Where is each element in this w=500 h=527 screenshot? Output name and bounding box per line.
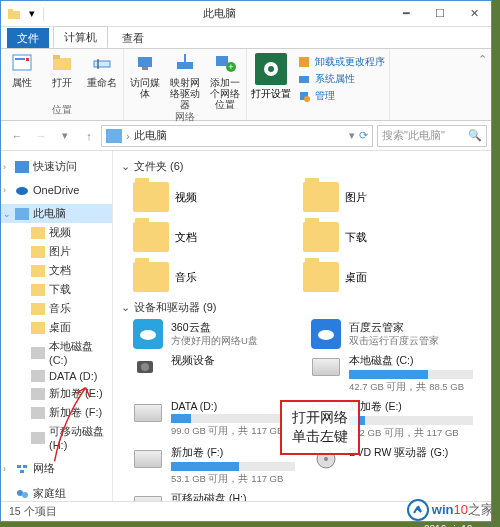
- folder-desktop[interactable]: 桌面: [299, 258, 459, 296]
- annotation-callout: 打开网络 单击左键: [280, 400, 360, 455]
- svg-point-30: [141, 363, 149, 371]
- svg-rect-17: [299, 57, 309, 67]
- logo-icon: [407, 499, 429, 521]
- svg-point-26: [22, 492, 28, 498]
- window-title: 此电脑: [50, 6, 389, 21]
- svg-text:+: +: [228, 62, 233, 72]
- svg-rect-4: [26, 58, 29, 61]
- sidebar-downloads[interactable]: 下载: [1, 280, 112, 299]
- title-bar: ▾ 此电脑 ━ ☐ ✕: [1, 1, 491, 27]
- refresh-icon[interactable]: ⟳: [359, 129, 368, 142]
- address-bar: ← → ▾ ↑ › 此电脑 ▾ ⟳ 搜索"此电脑" 🔍: [1, 121, 491, 151]
- svg-rect-12: [216, 56, 228, 66]
- drive-video-device[interactable]: 视频设备: [129, 352, 297, 396]
- svg-rect-1: [8, 9, 13, 12]
- sidebar-data-d[interactable]: DATA (D:): [1, 368, 112, 384]
- svg-point-21: [16, 187, 28, 195]
- sidebar-documents[interactable]: 文档: [1, 261, 112, 280]
- svg-rect-11: [177, 62, 193, 69]
- hdd-icon: [134, 450, 162, 468]
- folder-documents[interactable]: 文档: [129, 218, 289, 256]
- folder-music[interactable]: 音乐: [129, 258, 289, 296]
- sidebar-homegroup[interactable]: 家庭组: [1, 484, 112, 501]
- drive-h[interactable]: 可移动磁盘 (H:)0.98 GB 可用，共 7.60 GB: [129, 490, 297, 501]
- divider: [43, 7, 44, 21]
- drive-d[interactable]: DATA (D:)99.0 GB 可用，共 117 GB: [129, 398, 297, 442]
- this-pc-icon: [106, 129, 122, 143]
- sidebar-videos[interactable]: 视频: [1, 223, 112, 242]
- tab-file[interactable]: 文件: [7, 28, 49, 48]
- uninstall-programs-link[interactable]: 卸载或更改程序: [297, 55, 385, 69]
- svg-rect-2: [13, 55, 31, 70]
- add-network-location-button[interactable]: +添加一个网络位置: [208, 51, 242, 110]
- svg-point-20: [304, 96, 310, 102]
- manage-link[interactable]: 管理: [297, 89, 385, 103]
- svg-point-32: [324, 457, 328, 461]
- drive-baidu[interactable]: 百度云管家双击运行百度云管家: [307, 319, 475, 350]
- svg-rect-18: [299, 76, 309, 83]
- close-button[interactable]: ✕: [457, 1, 491, 27]
- svg-rect-24: [20, 470, 24, 473]
- svg-rect-22: [17, 465, 21, 468]
- sidebar-local-c[interactable]: 本地磁盘 (C:): [1, 337, 112, 368]
- item-count: 15 个项目: [9, 505, 57, 519]
- breadcrumb[interactable]: › 此电脑 ▾ ⟳: [101, 125, 373, 147]
- usb-icon: [134, 496, 162, 501]
- search-input[interactable]: 搜索"此电脑" 🔍: [377, 125, 487, 147]
- svg-rect-7: [94, 61, 110, 67]
- svg-rect-3: [15, 58, 25, 60]
- ribbon: 属性 打开 重命名 位置 访问媒体 映射网络驱动器 +添加一个网络位置 网络 打…: [1, 49, 491, 121]
- sidebar-pictures[interactable]: 图片: [1, 242, 112, 261]
- sidebar-quick-access[interactable]: ›快速访问: [1, 157, 112, 176]
- rename-button[interactable]: 重命名: [85, 51, 119, 88]
- settings-icon[interactable]: [255, 53, 287, 85]
- up-button[interactable]: ↑: [77, 125, 101, 147]
- baidu-icon: [311, 319, 341, 349]
- overflow-icon[interactable]: ▾: [25, 7, 39, 21]
- tab-view[interactable]: 查看: [112, 28, 154, 48]
- group-label-network: 网络: [128, 110, 242, 125]
- drive-c[interactable]: 本地磁盘 (C:)42.7 GB 可用，共 88.5 GB: [307, 352, 475, 396]
- open-settings-label: 打开设置: [251, 87, 291, 101]
- minimize-button[interactable]: ━: [389, 1, 423, 27]
- camera-icon: [131, 354, 165, 380]
- svg-rect-6: [53, 55, 60, 59]
- svg-rect-10: [142, 67, 148, 70]
- tab-computer[interactable]: 计算机: [53, 26, 108, 48]
- search-icon: 🔍: [468, 129, 482, 142]
- sidebar-music[interactable]: 音乐: [1, 299, 112, 318]
- folder-pictures[interactable]: 图片: [299, 178, 459, 216]
- drive-360[interactable]: 360云盘方便好用的网络U盘: [129, 319, 297, 350]
- ribbon-tabs: 文件 计算机 查看: [1, 27, 491, 49]
- folder-icon: [7, 7, 21, 21]
- open-button[interactable]: 打开: [45, 51, 79, 88]
- svg-point-28: [318, 330, 334, 340]
- watermark: win10之家: [407, 499, 494, 521]
- maximize-button[interactable]: ☐: [423, 1, 457, 27]
- recent-button[interactable]: ▾: [53, 125, 77, 147]
- sidebar-onedrive[interactable]: ›OneDrive: [1, 182, 112, 198]
- breadcrumb-label: 此电脑: [134, 128, 167, 143]
- section-drives-header[interactable]: ⌄设备和驱动器 (9): [121, 300, 483, 315]
- access-media-button[interactable]: 访问媒体: [128, 51, 162, 99]
- back-button[interactable]: ←: [5, 125, 29, 147]
- svg-rect-5: [53, 58, 71, 70]
- map-drive-button[interactable]: 映射网络驱动器: [168, 51, 202, 110]
- forward-button[interactable]: →: [29, 125, 53, 147]
- section-folders-header[interactable]: ⌄文件夹 (6): [121, 159, 483, 174]
- svg-rect-0: [8, 11, 20, 19]
- cloud-icon: [133, 319, 163, 349]
- folder-videos[interactable]: 视频: [129, 178, 289, 216]
- folder-downloads[interactable]: 下载: [299, 218, 459, 256]
- ribbon-collapse-icon[interactable]: ⌃: [474, 49, 491, 120]
- hdd-icon: [312, 358, 340, 376]
- drive-f[interactable]: 新加卷 (F:)53.1 GB 可用，共 117 GB: [129, 444, 297, 488]
- hdd-icon: [134, 404, 162, 422]
- sidebar-desktop[interactable]: 桌面: [1, 318, 112, 337]
- sidebar-this-pc[interactable]: ⌄此电脑: [1, 204, 112, 223]
- properties-button[interactable]: 属性: [5, 51, 39, 88]
- system-properties-link[interactable]: 系统属性: [297, 72, 385, 86]
- svg-rect-9: [138, 57, 152, 67]
- svg-point-16: [268, 66, 274, 72]
- group-label-location: 位置: [5, 103, 119, 118]
